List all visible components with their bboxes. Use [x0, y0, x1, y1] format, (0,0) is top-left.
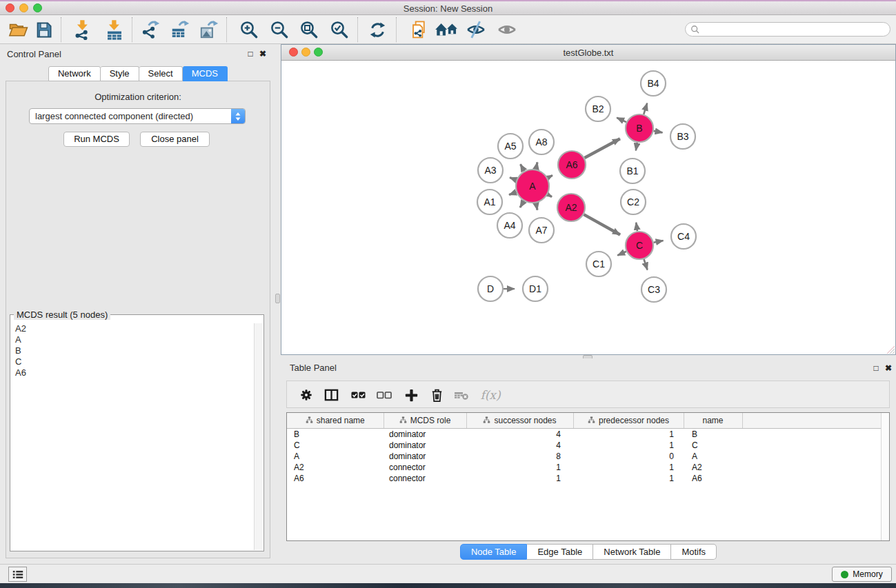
hide-panel-icon[interactable] [464, 17, 488, 42]
run-mcds-button[interactable]: Run MCDS [63, 132, 130, 147]
refresh-icon[interactable] [365, 17, 390, 42]
select-all-icon[interactable] [348, 384, 370, 406]
graph-node-D1[interactable]: D1 [523, 276, 548, 301]
table-scrollbar[interactable] [881, 413, 889, 540]
tab-network-table[interactable]: Network Table [593, 544, 671, 560]
table-cell[interactable]: 4 [466, 428, 573, 440]
delete-table-icon[interactable] [450, 384, 472, 406]
graph-node-A7[interactable]: A7 [529, 218, 554, 243]
zoom-selected-icon[interactable] [327, 17, 352, 42]
search-input[interactable] [703, 24, 890, 35]
tab-motifs[interactable]: Motifs [671, 544, 717, 560]
table-cell[interactable]: 0 [573, 451, 684, 462]
task-history-button[interactable] [8, 567, 27, 582]
graph-node-A5[interactable]: A5 [498, 134, 523, 159]
zoom-in-icon[interactable] [237, 17, 261, 42]
table-cell[interactable]: 4 [466, 440, 573, 451]
close-table-panel-icon[interactable]: ✖ [883, 363, 894, 374]
table-cell[interactable]: B [684, 428, 742, 440]
show-panel-icon[interactable] [495, 17, 519, 42]
table-row[interactable]: Adominator80A [287, 451, 890, 462]
deselect-all-icon[interactable] [373, 384, 395, 406]
table-cell[interactable]: A6 [287, 473, 384, 484]
graph-edge-A2-C[interactable] [584, 214, 620, 234]
network-canvas[interactable]: AA1A2A3A4A5A6A7A8BB1B2B3B4CC1C2C3C4DD1 [281, 61, 895, 354]
optimization-criterion-select[interactable]: largest connected component (directed) [29, 108, 246, 124]
mcds-result-item[interactable]: A6 [11, 367, 253, 378]
table-cell[interactable]: 1 [573, 440, 684, 451]
column-header[interactable]: predecessor nodes [573, 413, 684, 428]
graph-edge-C-C2[interactable] [636, 223, 637, 232]
table-cell[interactable]: 8 [466, 451, 573, 462]
float-table-panel-icon[interactable]: □ [870, 363, 882, 374]
table-cell[interactable]: A2 [684, 462, 742, 473]
close-panel-button[interactable]: Close panel [140, 132, 210, 147]
columns-icon[interactable] [320, 384, 342, 406]
column-header[interactable]: MCDS role [384, 413, 466, 428]
table-row[interactable]: A2connector11A2 [287, 462, 890, 473]
graph-node-B4[interactable]: B4 [641, 71, 666, 96]
graph-edge-B-B2[interactable] [617, 118, 626, 122]
table-cell[interactable]: 1 [466, 462, 573, 473]
graph-node-A3[interactable]: A3 [478, 158, 503, 183]
table-cell[interactable]: dominator [384, 428, 466, 440]
tab-network[interactable]: Network [48, 66, 101, 81]
table-cell[interactable]: C [684, 440, 742, 451]
graph-node-C1[interactable]: C1 [586, 252, 611, 276]
mcds-result-item[interactable]: B [11, 345, 253, 356]
export-table-icon[interactable] [168, 17, 192, 42]
import-network-icon[interactable] [70, 17, 95, 42]
table-cell[interactable]: connector [384, 462, 466, 473]
graph-edge-B-B3[interactable] [654, 131, 663, 133]
graph-edge-A-A7[interactable] [536, 203, 537, 210]
table-cell[interactable]: A [287, 451, 384, 462]
table-cell[interactable]: A2 [287, 462, 384, 473]
graph-node-A[interactable]: A [516, 170, 549, 203]
import-table-icon[interactable] [102, 17, 127, 42]
resize-grip[interactable] [884, 343, 895, 354]
table-cell[interactable]: 1 [466, 473, 573, 484]
scrollbar[interactable] [254, 323, 263, 550]
table-cell[interactable]: C [287, 440, 384, 451]
column-header[interactable]: name [684, 413, 742, 428]
graph-edge-A-A2[interactable] [548, 194, 552, 196]
add-row-icon[interactable] [400, 384, 422, 406]
table-cell[interactable]: 1 [573, 462, 684, 473]
home-icon[interactable] [434, 17, 459, 42]
graph-edge-A-A5[interactable] [521, 164, 524, 171]
mcds-result-item[interactable]: A2 [11, 323, 253, 334]
graph-node-A8[interactable]: A8 [529, 130, 554, 154]
graph-edge-C-C3[interactable] [644, 259, 648, 270]
new-network-from-file-icon[interactable] [406, 17, 431, 42]
table-row[interactable]: A6connector11A6 [287, 473, 890, 484]
open-file-icon[interactable] [6, 17, 31, 42]
graph-node-C3[interactable]: C3 [641, 277, 666, 302]
zoom-out-icon[interactable] [267, 17, 292, 42]
graph-node-B1[interactable]: B1 [620, 159, 645, 183]
graph-node-B3[interactable]: B3 [670, 124, 695, 149]
table-cell[interactable]: dominator [384, 451, 466, 462]
graph-node-C[interactable]: C [626, 232, 653, 259]
tab-edge-table[interactable]: Edge Table [527, 544, 593, 560]
export-image-icon[interactable] [197, 17, 221, 42]
table-cell[interactable]: 1 [573, 473, 684, 484]
graph-edge-C-C4[interactable] [654, 241, 664, 243]
export-network-icon[interactable] [138, 17, 163, 42]
graph-node-A2[interactable]: A2 [557, 194, 585, 221]
delete-row-icon[interactable] [426, 384, 448, 406]
table-row[interactable]: Bdominator41B [287, 428, 890, 440]
graph-node-C2[interactable]: C2 [621, 190, 646, 214]
column-header[interactable]: shared name [287, 413, 384, 428]
graph-node-B2[interactable]: B2 [586, 97, 610, 121]
graph-node-D[interactable]: D [478, 276, 503, 301]
graph-edge-A-A6[interactable] [548, 175, 552, 178]
zoom-fit-icon[interactable] [297, 17, 321, 42]
graph-edge-C-C1[interactable] [617, 252, 626, 256]
graph-edge-A-A8[interactable] [536, 162, 537, 169]
graph-node-B[interactable]: B [626, 114, 653, 142]
graph-edge-A6-B[interactable] [585, 139, 620, 158]
graph-edge-A-A4[interactable] [520, 201, 524, 207]
graph-node-A6[interactable]: A6 [558, 151, 586, 179]
graph-node-A4[interactable]: A4 [497, 213, 522, 238]
table-cell[interactable]: 1 [573, 428, 684, 440]
